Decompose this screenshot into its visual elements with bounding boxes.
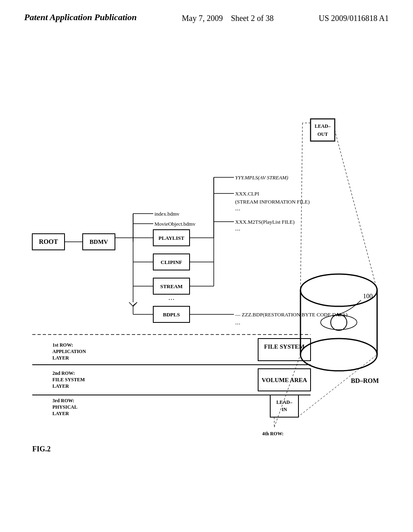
svg-text:BDMV: BDMV: [90, 239, 108, 245]
svg-text:⋯: ⋯: [235, 321, 240, 327]
svg-text:FILE SYSTEM: FILE SYSTEM: [264, 343, 305, 350]
svg-text:YYY.MPLS(AV STREAM): YYY.MPLS(AV STREAM): [235, 175, 288, 181]
svg-text:LAYER: LAYER: [52, 411, 69, 416]
svg-text:⋯: ⋯: [235, 227, 240, 233]
sheet-text: Sheet 2 of 38: [231, 14, 273, 23]
svg-text:⋯: ⋯: [235, 207, 240, 213]
patent-number: US 2009/0116818 A1: [319, 14, 389, 23]
svg-text:2nd ROW:: 2nd ROW:: [52, 370, 75, 376]
page-header: Patent Application Publication May 7, 20…: [0, 0, 413, 27]
svg-text:FIG.2: FIG.2: [32, 445, 51, 453]
main-diagram: ROOT BDMV index.bdmv MovieObject.bdmv PL…: [20, 56, 391, 500]
svg-text:— ZZZ.BDP(RESTORATION BYTE COD: — ZZZ.BDP(RESTORATION BYTE CODE DATA): [235, 312, 348, 318]
svg-text:LAYER: LAYER: [52, 383, 69, 389]
svg-text:XXX.M2TS(PlayList FILE): XXX.M2TS(PlayList FILE): [235, 219, 294, 225]
svg-text:OUT: OUT: [317, 131, 328, 137]
svg-text:PHYSICAL: PHYSICAL: [52, 404, 77, 410]
svg-text:PLAYLIST: PLAYLIST: [159, 235, 184, 241]
svg-text:FILE SYSTEM: FILE SYSTEM: [52, 377, 85, 382]
svg-text:3rd ROW:: 3rd ROW:: [52, 398, 74, 403]
svg-rect-55: [311, 119, 335, 141]
svg-line-68: [300, 123, 302, 290]
svg-text:MovieObject.bdmv: MovieObject.bdmv: [154, 221, 196, 227]
svg-text:APPLICATION: APPLICATION: [52, 349, 86, 354]
svg-text:LEAD–: LEAD–: [276, 399, 292, 405]
svg-text:IN: IN: [282, 407, 287, 412]
svg-text:100: 100: [363, 293, 373, 299]
svg-text:LEAD–: LEAD–: [315, 123, 331, 129]
svg-text:STREAM: STREAM: [160, 283, 183, 289]
diagram-container: ROOT BDMV index.bdmv MovieObject.bdmv PL…: [20, 56, 391, 500]
svg-text:BDPLS: BDPLS: [163, 312, 180, 318]
date-text: May 7, 2009: [182, 14, 223, 23]
svg-text:⋯: ⋯: [168, 296, 175, 303]
publication-date: May 7, 2009 Sheet 2 of 38: [182, 14, 274, 23]
svg-text:LAYER: LAYER: [52, 355, 69, 361]
svg-text:(STREAM INFORMATION FILE): (STREAM INFORMATION FILE): [235, 199, 310, 205]
svg-line-69: [335, 130, 377, 290]
svg-text:ROOT: ROOT: [39, 238, 58, 245]
svg-text:BD–ROM: BD–ROM: [351, 377, 379, 384]
svg-rect-52: [270, 395, 298, 417]
publication-title: Patent Application Publication: [24, 12, 137, 23]
svg-point-58: [300, 274, 377, 306]
svg-text:VOLUME AREA: VOLUME AREA: [262, 377, 307, 383]
svg-text:CLIPINF: CLIPINF: [161, 259, 182, 265]
svg-text:1st ROW:: 1st ROW:: [52, 342, 73, 348]
svg-point-61: [300, 339, 377, 371]
svg-text:XXX.CLPI: XXX.CLPI: [235, 191, 259, 197]
svg-text:index.bdmv: index.bdmv: [154, 211, 179, 217]
svg-line-72: [298, 355, 377, 417]
svg-text:4th ROW:: 4th ROW:: [262, 431, 284, 436]
